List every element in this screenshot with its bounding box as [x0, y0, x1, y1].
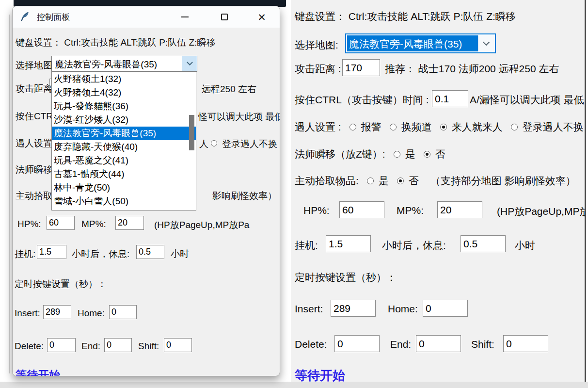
idle-suffix-label: 小时	[515, 239, 535, 252]
map-combobox[interactable]: 魔法教官旁-风毒眼兽(35)	[51, 56, 197, 72]
close-button[interactable]: ✕	[251, 10, 273, 24]
timer-heading: 定时按键设置（秒）：	[295, 271, 397, 284]
dropdown-item[interactable]: 林中-青龙(50)	[52, 181, 196, 194]
start-link[interactable]: 等待开始	[16, 368, 60, 376]
end-label: End:	[81, 341, 100, 352]
ctrl-time-input[interactable]	[432, 90, 468, 107]
mage-teleport-label: 法师瞬移（放Z键）:	[295, 147, 385, 161]
dropdown-item[interactable]: 火野猪领土4(32)	[52, 86, 196, 99]
radio-option-yes[interactable]: 是	[367, 174, 389, 188]
mp-label: MP%:	[397, 205, 424, 216]
chevron-down-icon	[187, 59, 193, 65]
radio-login-no-switch[interactable]	[211, 140, 217, 146]
control-panel-window: 控制面板 ✕ 键盘设置： Ctrl:攻击技能 ALT:跳跃 P:队伍 Z:瞬移 …	[12, 6, 280, 376]
idle-mid-label: 小时后，休息:	[72, 248, 129, 260]
ctrl-note: A/漏怪可以调大此项 最低	[470, 93, 584, 107]
dropdown-item[interactable]: 雪域-小白雪人(50)	[52, 194, 196, 208]
hp-input[interactable]	[47, 216, 75, 230]
maximize-button[interactable]	[213, 10, 236, 24]
map-combobox-dropdown-button[interactable]	[478, 35, 494, 51]
insert-input[interactable]	[331, 300, 376, 317]
delete-label: Delete:	[15, 341, 44, 352]
dropdown-item-selected[interactable]: 魔法教官旁-风毒眼兽(35)	[52, 127, 196, 140]
radio-icon-selected	[424, 151, 430, 158]
attack-distance-input[interactable]	[342, 59, 380, 76]
home-label: Home:	[388, 303, 418, 315]
idle-label: 挂机:	[295, 239, 318, 252]
hp-label: HP%:	[17, 219, 41, 229]
map-combobox-value: 魔法教官旁-风毒眼兽(35)	[52, 56, 182, 71]
map-dropdown-list: 火野猪领土1(32) 火野猪领土4(32) 玩具-發條貓熊(36) 沙漠-红沙矮…	[51, 72, 196, 210]
radio-icon-selected	[440, 124, 447, 130]
shift-label: Shift:	[471, 339, 494, 350]
radio-option-switch-channel[interactable]: 换频道	[390, 120, 432, 134]
end-input[interactable]	[416, 335, 461, 352]
close-icon: ✕	[257, 12, 266, 22]
idle-hours-input[interactable]	[326, 235, 371, 252]
hp-note: (HP放PageUp,MP放Pa	[154, 219, 249, 231]
radio-icon	[390, 124, 397, 130]
idle-mid-label: 小时后，休息:	[382, 239, 446, 252]
desktop-bottom-band	[0, 382, 588, 388]
shift-label: Shift:	[138, 341, 159, 352]
map-combobox-dropdown-button[interactable]	[182, 56, 197, 71]
radio-icon-selected	[397, 178, 404, 184]
idle-suffix-label: 小时	[171, 248, 189, 260]
home-input[interactable]	[109, 305, 137, 319]
insert-label: Insert:	[15, 308, 40, 319]
meet-tail-text: 人	[199, 138, 208, 150]
dropdown-item[interactable]: 玩具-發條貓熊(36)	[52, 99, 196, 113]
map-combobox-value: 魔法教官旁-风毒眼兽(35)	[347, 35, 478, 51]
keyboard-settings-text: 键盘设置： Ctrl:攻击技能 ALT:跳跃 P:队伍 Z:瞬移	[295, 10, 516, 23]
dropdown-item[interactable]: 废弃隐藏-天使猴(40)	[52, 140, 196, 154]
idle-hours-input[interactable]	[37, 245, 66, 259]
pickup-note: （支持部分地图 影响刷怪效率）	[430, 174, 576, 188]
hp-label: HP%:	[303, 205, 330, 216]
radio-option-let-them-come[interactable]: 来人就来人	[440, 120, 503, 134]
start-link[interactable]: 等待开始	[295, 367, 345, 382]
dropdown-item[interactable]: 玩具-恶魔之父(41)	[52, 154, 196, 167]
end-input[interactable]	[104, 338, 132, 352]
keyboard-settings-text: 键盘设置： Ctrl:攻击技能 ALT:跳跃 P:队伍 Z:瞬移	[16, 36, 215, 49]
radio-option-no[interactable]: 否	[397, 174, 419, 188]
attack-note: 推荐： 战士170 法师200 远程250 左右	[385, 62, 559, 76]
dropdown-scrollbar-thumb[interactable]	[189, 115, 194, 150]
mp-input[interactable]	[115, 216, 144, 230]
dropdown-item[interactable]: 沙漠-红沙矮人(32)	[52, 113, 196, 127]
titlebar[interactable]: 控制面板 ✕	[13, 6, 280, 28]
delete-input[interactable]	[47, 338, 76, 352]
map-select-label: 选择地图:	[16, 59, 55, 72]
delete-input[interactable]	[334, 335, 380, 352]
window-title: 控制面板	[37, 12, 70, 23]
dropdown-item[interactable]: 火野猪领土1(32)	[52, 72, 196, 86]
meet-settings-row: 遇人设置 : 报警 换频道 来人就来人 登录遇人不换	[295, 120, 584, 134]
pickup-label: 主动拾取物品:	[295, 174, 359, 188]
radio-option-alarm[interactable]: 报警	[350, 120, 381, 134]
radio-option-login-no-switch[interactable]: 登录遇人不换	[511, 120, 584, 134]
shift-input[interactable]	[164, 338, 192, 352]
insert-input[interactable]	[43, 305, 71, 319]
attack-note-fragment: 远程250 左右	[202, 83, 256, 96]
mp-label: MP%:	[81, 219, 106, 229]
radio-icon	[394, 151, 400, 158]
meet-settings-label: 遇人设置 :	[295, 120, 341, 134]
dropdown-item[interactable]: 古墓1-骷颅犬(44)	[52, 167, 196, 181]
radio-option-no[interactable]: 否	[424, 147, 445, 161]
zoomed-panel: 键盘设置： Ctrl:攻击技能 ALT:跳跃 P:队伍 Z:瞬移 选择地图: 魔…	[291, 0, 586, 382]
hp-input[interactable]	[339, 201, 384, 218]
attack-distance-label: 攻击距离 :	[295, 62, 341, 76]
map-select-label: 选择地图:	[295, 38, 338, 52]
minimize-button[interactable]	[174, 10, 196, 24]
rest-hours-input[interactable]	[136, 245, 164, 259]
maximize-icon	[221, 14, 228, 20]
map-combobox[interactable]: 魔法教官旁-风毒眼兽(35)	[345, 33, 496, 53]
home-input[interactable]	[423, 300, 468, 317]
radio-icon	[511, 124, 518, 130]
rest-hours-input[interactable]	[461, 235, 506, 252]
mp-input[interactable]	[437, 201, 482, 218]
pickup-note-fragment: 影响刷怪效率）	[212, 190, 277, 202]
chevron-down-icon	[483, 39, 490, 46]
radio-option-yes[interactable]: 是	[394, 147, 415, 161]
shift-input[interactable]	[503, 335, 548, 352]
meet-tail-option-label: 登录遇人不换	[222, 138, 277, 150]
